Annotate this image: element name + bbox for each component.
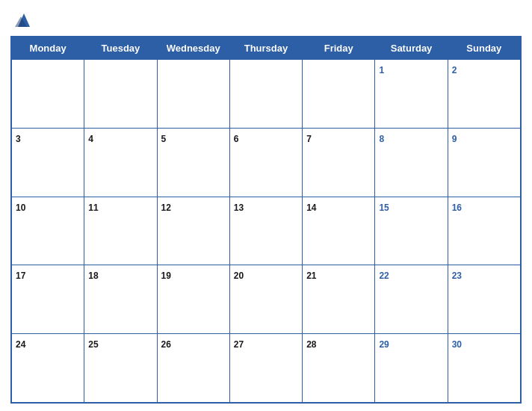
day-cell-2: 2 <box>448 60 520 129</box>
day-cell-3: 3 <box>12 128 84 197</box>
day-number: 22 <box>379 271 389 281</box>
day-cell-1: 1 <box>375 60 448 129</box>
day-cell-empty <box>84 60 157 129</box>
day-number: 8 <box>379 134 384 144</box>
day-cell-15: 15 <box>375 197 448 265</box>
day-number: 18 <box>88 271 98 281</box>
day-cell-5: 5 <box>157 128 229 197</box>
day-number: 7 <box>306 134 312 144</box>
day-cell-23: 23 <box>448 265 520 334</box>
day-cell-11: 11 <box>84 197 157 265</box>
day-number: 27 <box>234 339 244 350</box>
day-number: 9 <box>452 134 457 144</box>
day-cell-empty <box>157 60 229 129</box>
day-header-friday: Friday <box>303 37 375 60</box>
day-number: 21 <box>306 271 316 281</box>
day-cell-empty <box>229 60 302 129</box>
day-number: 19 <box>161 271 171 281</box>
day-cell-24: 24 <box>12 334 84 403</box>
day-cell-25: 25 <box>84 334 157 403</box>
day-header-wednesday: Wednesday <box>157 37 229 60</box>
calendar-page: MondayTuesdayWednesdayThursdayFridaySatu… <box>0 0 532 411</box>
logo <box>12 7 39 31</box>
day-cell-14: 14 <box>303 197 375 265</box>
day-cell-27: 27 <box>229 334 302 403</box>
day-cell-4: 4 <box>84 128 157 197</box>
day-cell-8: 8 <box>375 128 448 197</box>
day-cell-17: 17 <box>12 265 84 334</box>
day-cell-16: 16 <box>448 197 520 265</box>
day-number: 26 <box>161 339 171 350</box>
day-number: 13 <box>234 203 244 213</box>
day-number: 3 <box>16 134 21 144</box>
day-number: 11 <box>88 203 98 213</box>
day-number: 23 <box>452 271 462 281</box>
day-header-monday: Monday <box>12 37 84 60</box>
header <box>10 7 522 31</box>
day-cell-6: 6 <box>229 128 302 197</box>
day-number: 14 <box>306 203 316 213</box>
day-cell-empty <box>303 60 375 129</box>
week-row-4: 17181920212223 <box>12 265 521 334</box>
day-number: 12 <box>161 203 171 213</box>
day-number: 2 <box>452 65 457 75</box>
day-cell-30: 30 <box>448 334 520 403</box>
week-row-3: 10111213141516 <box>12 197 521 265</box>
day-cell-empty <box>12 60 84 129</box>
day-cell-12: 12 <box>157 197 229 265</box>
day-cell-13: 13 <box>229 197 302 265</box>
day-number: 24 <box>16 339 25 350</box>
week-row-2: 3456789 <box>12 128 521 197</box>
day-header-sunday: Sunday <box>448 37 520 60</box>
calendar-grid: MondayTuesdayWednesdayThursdayFridaySatu… <box>10 36 522 404</box>
day-number: 6 <box>234 134 239 144</box>
day-cell-21: 21 <box>303 265 375 334</box>
day-header-tuesday: Tuesday <box>84 37 157 60</box>
day-cell-26: 26 <box>157 334 229 403</box>
day-cell-10: 10 <box>12 197 84 265</box>
day-number: 25 <box>88 339 98 350</box>
day-number: 10 <box>16 203 25 213</box>
logo-icon <box>12 7 36 31</box>
day-number: 29 <box>379 339 389 350</box>
day-cell-9: 9 <box>448 128 520 197</box>
day-cell-28: 28 <box>303 334 375 403</box>
day-number: 15 <box>379 203 389 213</box>
day-number: 1 <box>379 65 384 75</box>
day-number: 30 <box>452 339 462 350</box>
day-header-thursday: Thursday <box>229 37 302 60</box>
day-cell-20: 20 <box>229 265 302 334</box>
week-row-5: 24252627282930 <box>12 334 521 403</box>
day-number: 16 <box>452 203 462 213</box>
week-row-1: 12 <box>12 60 521 129</box>
day-cell-7: 7 <box>303 128 375 197</box>
day-cell-22: 22 <box>375 265 448 334</box>
day-cell-29: 29 <box>375 334 448 403</box>
day-number: 4 <box>88 134 93 144</box>
day-number: 17 <box>16 271 25 281</box>
days-header-row: MondayTuesdayWednesdayThursdayFridaySatu… <box>12 37 521 60</box>
day-cell-19: 19 <box>157 265 229 334</box>
day-cell-18: 18 <box>84 265 157 334</box>
day-number: 20 <box>234 271 244 281</box>
day-number: 28 <box>306 339 316 350</box>
day-number: 5 <box>161 134 167 144</box>
day-header-saturday: Saturday <box>375 37 448 60</box>
